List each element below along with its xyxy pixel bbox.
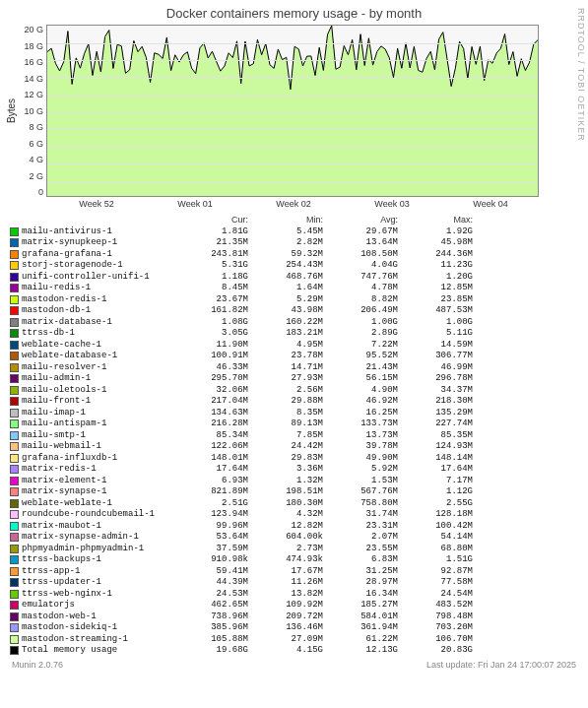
series-max: 483.52M	[398, 600, 473, 611]
series-max: 703.20M	[398, 622, 473, 634]
series-min: 7.85M	[248, 430, 323, 442]
legend-row: mastodon-web-1738.96M209.72M584.01M798.4…	[10, 611, 578, 623]
legend-swatch	[10, 533, 19, 542]
legend-row: ttrss-app-159.41M17.67M31.25M92.87M	[10, 566, 578, 578]
series-name: mastodon-sidekiq-1	[22, 622, 173, 634]
series-name: matrix-maubot-1	[22, 521, 173, 533]
series-name: weblate-cache-1	[22, 340, 173, 352]
series-cur: 910.98k	[173, 554, 248, 566]
series-cur: 46.33M	[173, 362, 248, 374]
legend-row: mailu-front-1217.04M29.88M46.92M218.30M	[10, 396, 578, 408]
series-min: 12.82M	[248, 521, 323, 533]
series-min: 29.88M	[248, 396, 323, 408]
series-name: ttrss-updater-1	[22, 577, 173, 589]
series-min: 89.13M	[248, 418, 323, 430]
series-max: 1.00G	[398, 317, 473, 329]
series-max: 46.99M	[398, 362, 473, 374]
series-cur: 217.04M	[173, 396, 248, 408]
legend-row: ttrss-updater-144.39M11.26M28.97M77.58M	[10, 577, 578, 589]
series-cur: 21.35M	[173, 237, 248, 249]
legend-swatch	[10, 409, 19, 418]
legend-row: ttrss-web-nginx-124.53M13.82M16.34M24.54…	[10, 589, 578, 601]
legend-swatch	[10, 646, 19, 655]
x-axis-ticks: Week 52Week 01Week 02Week 03Week 04	[47, 199, 540, 209]
legend-table: Cur: Min: Avg: Max: mailu-antivirus-11.8…	[6, 215, 582, 657]
series-cur: 161.82M	[173, 305, 248, 317]
legend-swatch	[10, 465, 19, 474]
series-name: mastodon-db-1	[22, 305, 173, 317]
series-min: 27.09M	[248, 634, 323, 646]
series-name: mastodon-redis-1	[22, 294, 173, 306]
legend-row: weblate-database-1100.91M23.78M95.52M306…	[10, 351, 578, 362]
legend-row: phpmyadmin-phpmyadmin-137.59M2.73M23.55M…	[10, 544, 578, 555]
series-min: 468.76M	[248, 272, 323, 284]
series-name: matrix-synapse-admin-1	[22, 532, 173, 544]
legend-swatch	[10, 623, 19, 632]
series-min: 474.93k	[248, 554, 323, 566]
series-avg: 108.50M	[323, 249, 398, 261]
series-cur: 11.90M	[173, 340, 248, 352]
series-min: 17.67M	[248, 566, 323, 578]
series-name: mailu-resolver-1	[22, 362, 173, 374]
series-max: 487.53M	[398, 305, 473, 317]
series-avg: 21.43M	[323, 362, 398, 374]
legend-row: ttrss-db-13.05G183.21M2.89G5.11G	[10, 328, 578, 340]
series-avg: 206.49M	[323, 305, 398, 317]
legend-row: storj-storagenode-15.31G254.43M4.04G11.2…	[10, 260, 578, 272]
series-min: 27.93M	[248, 373, 323, 385]
legend-swatch	[10, 352, 19, 360]
series-avg: 2.89G	[323, 328, 398, 340]
legend-swatch	[10, 545, 19, 553]
legend-row: weblate-weblate-12.51G180.30M758.80M2.55…	[10, 498, 578, 510]
series-cur: 37.59M	[173, 544, 248, 555]
series-name: mailu-antivirus-1	[22, 226, 173, 238]
series-name: storj-storagenode-1	[22, 260, 173, 272]
series-max: 20.83G	[398, 645, 473, 657]
legend-swatch	[10, 363, 19, 372]
series-min: 180.30M	[248, 498, 323, 510]
legend-row: mailu-imap-1134.63M8.35M16.25M135.29M	[10, 408, 578, 419]
series-min: 4.32M	[248, 509, 323, 521]
legend-row: matrix-synupkeep-121.35M2.82M13.64M45.98…	[10, 237, 578, 249]
series-min: 11.26M	[248, 577, 323, 589]
last-update: Last update: Fri Jan 24 17:00:07 2025	[426, 660, 576, 670]
legend-swatch	[10, 306, 19, 315]
series-avg: 16.34M	[323, 589, 398, 601]
series-name: mailu-webmail-1	[22, 441, 173, 453]
series-avg: 1.53M	[323, 476, 398, 487]
legend-swatch	[10, 442, 19, 451]
legend-swatch	[10, 454, 19, 463]
series-cur: 3.05G	[173, 328, 248, 340]
legend-swatch	[10, 341, 19, 350]
series-min: 14.71M	[248, 362, 323, 374]
series-max: 798.48M	[398, 611, 473, 623]
series-min: 8.35M	[248, 408, 323, 419]
series-min: 109.92M	[248, 600, 323, 611]
legend-swatch	[10, 431, 19, 440]
series-name: Total memory usage	[22, 645, 173, 657]
series-avg: 2.07M	[323, 532, 398, 544]
series-cur: 23.67M	[173, 294, 248, 306]
legend-row: Total memory usage19.68G4.15G12.13G20.83…	[10, 645, 578, 657]
series-min: 29.83M	[248, 453, 323, 465]
series-avg: 61.22M	[323, 634, 398, 646]
series-name: mailu-oletools-1	[22, 385, 173, 397]
legend-swatch	[10, 386, 19, 395]
series-max: 244.36M	[398, 249, 473, 261]
series-avg: 567.76M	[323, 486, 398, 498]
series-max: 306.77M	[398, 351, 473, 362]
series-cur: 1.18G	[173, 272, 248, 284]
series-name: unifi-controller-unifi-1	[22, 272, 173, 284]
series-name: ttrss-web-nginx-1	[22, 589, 173, 601]
series-avg: 28.97M	[323, 577, 398, 589]
series-cur: 99.96M	[173, 521, 248, 533]
series-name: emulatorjs	[22, 600, 173, 611]
series-name: weblate-database-1	[22, 351, 173, 362]
series-cur: 85.34M	[173, 430, 248, 442]
legend-row: mailu-redis-18.45M1.64M4.78M12.85M	[10, 283, 578, 294]
legend-swatch	[10, 510, 19, 519]
legend-row: unifi-controller-unifi-11.18G468.76M747.…	[10, 272, 578, 284]
series-max: 1.92G	[398, 226, 473, 238]
munin-version: Munin 2.0.76	[12, 660, 63, 670]
series-max: 1.20G	[398, 272, 473, 284]
